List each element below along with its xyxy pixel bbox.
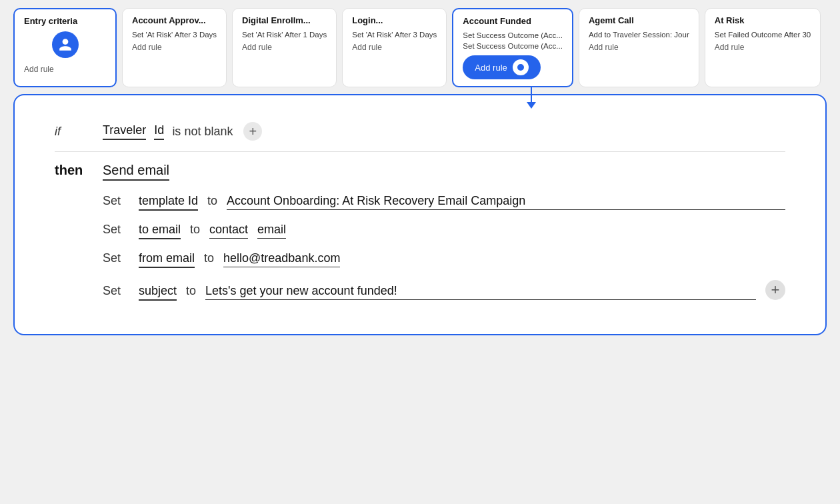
- pipeline-card-account-funded[interactable]: Account Funded Set Success Outcome (Acc.…: [452, 8, 573, 87]
- set-value-from-email[interactable]: hello@treadbank.com: [223, 251, 340, 267]
- add-condition-button[interactable]: +: [243, 122, 262, 141]
- card-title-at-risk: At Risk: [715, 15, 811, 25]
- add-rule-button-label: Add rule: [475, 63, 507, 73]
- set-row-to-email: Set to email to contact email: [103, 223, 785, 239]
- rule-text-3: Set 'At Risk' After 3 Days: [352, 31, 437, 39]
- rule-text-2: Set 'At Risk' After 1 Days: [242, 31, 327, 39]
- then-section: then Send email Set template Id to Accou…: [55, 163, 785, 301]
- condition-token-id[interactable]: Id: [154, 123, 164, 140]
- set-field-from-email[interactable]: from email: [139, 251, 195, 268]
- add-rule-account-funded-button[interactable]: Add rule: [463, 55, 540, 79]
- add-rule-account-approv[interactable]: Add rule: [132, 43, 217, 52]
- add-rule-digital-enrollm[interactable]: Add rule: [242, 43, 327, 52]
- set-keyword-0: Set: [103, 194, 129, 208]
- action-name[interactable]: Send email: [103, 163, 169, 181]
- condition-row: if Traveler Id is not blank +: [55, 122, 785, 141]
- card-title-account-approv: Account Approv...: [132, 15, 217, 25]
- set-field-template-id[interactable]: template Id: [139, 194, 198, 211]
- card-title-entry: Entry criteria: [24, 16, 106, 26]
- set-field-subject[interactable]: subject: [139, 284, 177, 301]
- rule-text-5: Add to Traveler Session: Jour: [589, 31, 689, 39]
- pipeline-card-digital-enrollm[interactable]: Digital Enrollm... Set 'At Risk' After 1…: [232, 8, 337, 87]
- rule-text-1: Set 'At Risk' After 3 Days: [132, 31, 217, 39]
- add-set-button[interactable]: +: [765, 280, 785, 300]
- set-to-1: to: [190, 223, 200, 237]
- set-rows: Set template Id to Account Onboarding: A…: [103, 194, 785, 301]
- set-row-subject: Set subject to Lets's get your new accou…: [103, 280, 785, 301]
- add-rule-entry[interactable]: Add rule: [24, 65, 106, 74]
- set-value-template-id[interactable]: Account Onboarding: At Risk Recovery Ema…: [227, 194, 785, 210]
- toggle-icon: [513, 59, 529, 75]
- condition-token-traveler[interactable]: Traveler: [103, 123, 146, 140]
- card-title-digital-enrollm: Digital Enrollm...: [242, 15, 327, 25]
- pipeline-card-agemt-call[interactable]: Agemt Call Add to Traveler Session: Jour…: [579, 8, 699, 87]
- avatar: [52, 31, 79, 58]
- set-row-from-email: Set from email to hello@treadbank.com: [103, 251, 785, 268]
- then-row: then Send email: [55, 163, 785, 181]
- card-title-agemt-call: Agemt Call: [589, 15, 689, 25]
- then-label: then: [55, 163, 95, 178]
- set-value-contact[interactable]: contact: [209, 223, 248, 239]
- set-to-3: to: [186, 284, 196, 298]
- add-rule-login[interactable]: Add rule: [352, 43, 437, 52]
- pipeline-card-account-approv[interactable]: Account Approv... Set 'At Risk' After 3 …: [122, 8, 227, 87]
- pipeline-card-entry[interactable]: Entry criteria Add rule: [13, 8, 117, 87]
- set-value-subject[interactable]: Lets's get your new account funded!: [205, 284, 756, 300]
- set-keyword-2: Set: [103, 251, 129, 265]
- pipeline-card-at-risk[interactable]: At Risk Set Failed Outcome After 30 Add …: [705, 8, 821, 87]
- panel-connector-arrow: [527, 87, 536, 109]
- pipeline-card-login[interactable]: Login... Set 'At Risk' After 3 Days Add …: [342, 8, 447, 87]
- pipeline-bar: Entry criteria Add rule Account Approv..…: [0, 0, 840, 87]
- set-keyword-1: Set: [103, 223, 129, 237]
- if-label: if: [55, 125, 95, 139]
- set-to-2: to: [204, 251, 214, 265]
- add-rule-at-risk[interactable]: Add rule: [715, 43, 811, 52]
- set-field-to-email[interactable]: to email: [139, 223, 181, 239]
- condition-operator: is not blank: [172, 125, 233, 139]
- card-title-account-funded: Account Funded: [463, 16, 563, 26]
- rule-text-6: Set Failed Outcome After 30: [715, 31, 811, 39]
- set-row-template-id: Set template Id to Account Onboarding: A…: [103, 194, 785, 211]
- set-value-email[interactable]: email: [257, 223, 286, 239]
- add-rule-agemt-call[interactable]: Add rule: [589, 43, 689, 52]
- set-keyword-3: Set: [103, 284, 129, 298]
- rule-panel-wrapper: if Traveler Id is not blank + then Send …: [13, 94, 827, 335]
- section-divider: [55, 151, 785, 152]
- card-title-login: Login...: [352, 15, 437, 25]
- set-to-0: to: [207, 194, 217, 208]
- rule-text-4a: Set Success Outcome (Acc...: [463, 31, 563, 39]
- rule-panel: if Traveler Id is not blank + then Send …: [13, 94, 827, 335]
- rule-text-4b: Set Success Outcome (Acc...: [463, 42, 563, 50]
